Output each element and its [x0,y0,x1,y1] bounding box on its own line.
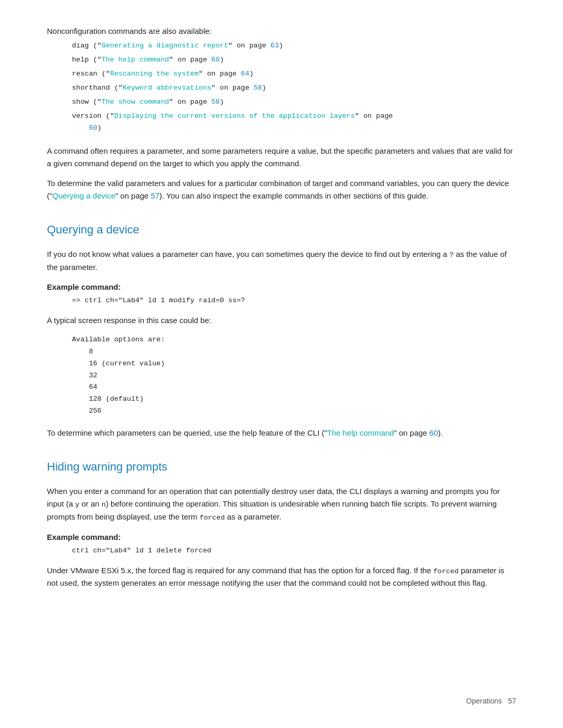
version-page[interactable]: 60 [89,124,97,132]
diag-cmd-text: diag (" [72,42,102,50]
querying-para1: If you do not know what values a paramet… [47,248,516,274]
noncfg-label: Nonconfiguration commands are also avail… [47,25,516,37]
n-code: n [102,501,106,509]
hiding-heading: Hiding warning prompts [47,458,516,476]
querying-response-intro: A typical screen response in this case c… [47,314,516,327]
querying-link[interactable]: Querying a device [52,191,115,200]
help-cmd-link[interactable]: The help command [327,428,394,437]
querying-page[interactable]: 57 [151,191,160,200]
diag-link[interactable]: Generating a diagnostic report [102,42,228,50]
footer-page: 57 [508,697,516,705]
version-command: version ("Displaying the current version… [72,110,516,134]
intro-para2: To determine the valid parameters and va… [47,177,516,202]
rescan-command: rescan ("Rescanning the system" on page … [72,68,516,80]
querying-heading: Querying a device [47,221,516,239]
version-link[interactable]: Displaying the current versions of the a… [114,112,355,120]
shorthand-cmd-text: shorthand (" [72,84,123,92]
rescan-link[interactable]: Rescanning the system [110,70,199,78]
querying-response-code: Available options are: 8 16 (current val… [72,334,516,418]
intro-section: Nonconfiguration commands are also avail… [47,25,516,202]
querying-example-label: Example command: [47,281,516,293]
querying-example-code: => ctrl ch="Lab4" ld 1 modify raid=0 ss=… [72,295,516,307]
forced-code-2: forced [433,567,459,575]
help-link[interactable]: The help command [102,56,169,64]
version-cmd-text: version (" [72,112,114,120]
footer: Operations 57 [466,696,516,707]
show-cmd-text: show (" [72,98,102,106]
intro-para1: A command often requires a parameter, an… [47,145,516,170]
show-command: show ("The show command" on page 58) [72,96,516,108]
help-cmd-page[interactable]: 60 [430,428,438,437]
shorthand-link[interactable]: Keyword abbreviations [123,84,211,92]
hiding-para2: Under VMware ESXi 5.x, the forced flag i… [47,564,516,590]
show-link[interactable]: The show command [102,98,169,106]
diag-page[interactable]: 63 [271,42,279,50]
querying-para2: To determine which parameters can be que… [47,427,516,439]
hiding-example-label: Example command: [47,531,516,543]
querying-section: Querying a device If you do not know wha… [47,221,516,439]
rescan-cmd-text: rescan (" [72,70,110,78]
help-command: help ("The help command" on page 60) [72,54,516,66]
shorthand-page[interactable]: 58 [253,84,262,92]
diag-command: diag ("Generating a diagnostic report" o… [72,40,516,52]
page: Nonconfiguration commands are also avail… [0,0,563,728]
help-page[interactable]: 60 [211,56,219,64]
shorthand-command: shorthand ("Keyword abbreviations" on pa… [72,82,516,94]
footer-label: Operations [466,697,501,705]
forced-code-1: forced [200,514,225,522]
rescan-page[interactable]: 64 [241,70,249,78]
show-page[interactable]: 58 [211,98,219,106]
hiding-example-code: ctrl ch="Lab4" ld 1 delete forced [72,545,516,557]
help-cmd-text: help (" [72,56,102,64]
hiding-section: Hiding warning prompts When you enter a … [47,458,516,589]
hiding-para1: When you enter a command for an operatio… [47,485,516,523]
